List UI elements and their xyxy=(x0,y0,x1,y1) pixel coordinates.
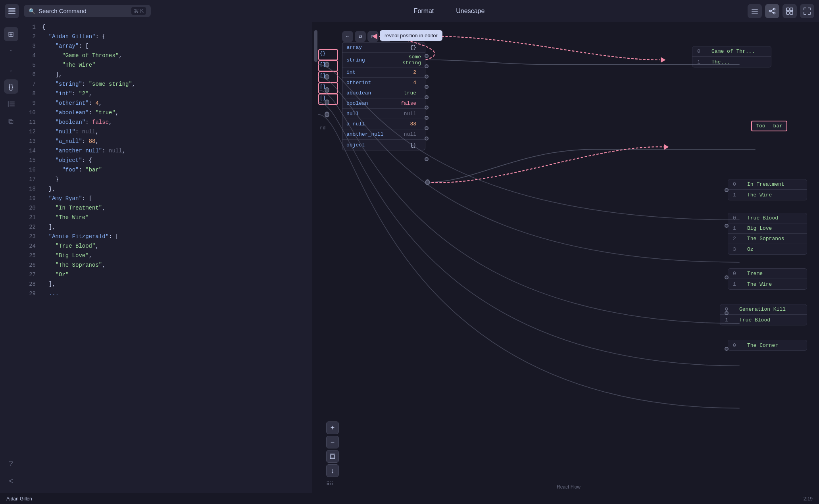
svg-rect-16 xyxy=(10,102,15,102)
treme-node[interactable]: 0 Treme 1 The Wire xyxy=(728,268,807,290)
sidebar-braces-icon[interactable]: {} xyxy=(4,79,18,94)
svg-rect-4 xyxy=(752,11,758,12)
zoom-out-btn[interactable]: − xyxy=(326,436,339,448)
code-line-13: 13 "a_null": 88, xyxy=(22,137,312,146)
the-corner-node[interactable]: 0 The Corner xyxy=(728,340,807,351)
conn-dot-array xyxy=(425,54,429,58)
amy-ryan-node[interactable]: 0 In Treatment 1 The Wire xyxy=(728,179,807,200)
svg-rect-31 xyxy=(331,455,334,458)
svg-rect-5 xyxy=(752,13,758,13)
lock-btn[interactable]: ↓ xyxy=(326,464,339,477)
search-input-label: Search Command xyxy=(38,8,128,14)
toolbar-right xyxy=(748,4,814,18)
amy-row-0: 0 In Treatment xyxy=(728,179,807,190)
scroll-thumb[interactable] xyxy=(314,30,317,62)
code-line-22: 22 ], xyxy=(22,222,312,232)
gk-row-1: 1 True Blood xyxy=(720,315,807,325)
code-line-21: 21 "The Wire" xyxy=(22,213,312,222)
generation-kill-node[interactable]: 0 Generation Kill 1 True Blood xyxy=(720,304,807,325)
node-row-object: object {} xyxy=(342,140,425,150)
conn-dot-amy xyxy=(725,188,729,192)
conn-dot-aboolean xyxy=(425,95,429,99)
conn-dot-annie xyxy=(725,224,729,228)
left-bracket-4: [] xyxy=(320,84,325,90)
treme-row-1: 1 The Wire xyxy=(728,279,807,289)
sidebar-panel-icon[interactable]: ⊞ xyxy=(4,27,18,41)
code-line-19: 19 "Amy Ryan": [ xyxy=(22,194,312,203)
svg-marker-22 xyxy=(661,57,665,63)
node-row-boolean: boolean false xyxy=(342,98,425,109)
conn-dot-object xyxy=(425,157,429,161)
svg-marker-23 xyxy=(664,144,669,150)
toolbar-center: Format Unescape xyxy=(156,6,743,16)
node-copy-btn[interactable]: ⧉ xyxy=(355,31,366,42)
expand-btn[interactable] xyxy=(800,4,814,18)
annie-fitzgerald-node[interactable]: 0 True Blood 1 Big Love 2 The Sopranos 3… xyxy=(728,213,807,255)
node-row-int: int 2 xyxy=(342,67,425,78)
node-collapse-btn[interactable]: □ xyxy=(367,31,379,42)
svg-rect-14 xyxy=(790,12,793,14)
code-line-2: 2 "Aidan Gillen": { xyxy=(22,32,312,41)
sidebar-copy-icon[interactable]: ⧉ xyxy=(4,114,18,129)
svg-rect-18 xyxy=(10,104,15,104)
sidebar-help-icon[interactable]: ? xyxy=(4,456,18,471)
annie-row-0: 0 True Blood xyxy=(728,213,807,223)
left-bracket-2: [] xyxy=(320,62,325,67)
svg-rect-1 xyxy=(8,10,15,12)
fit-view-btn[interactable] xyxy=(326,450,339,463)
code-line-27: 27 "Oz" xyxy=(22,270,312,279)
svg-rect-13 xyxy=(786,12,789,14)
node-row-null: null null xyxy=(342,109,425,119)
code-line-6: 6 ], xyxy=(22,70,312,79)
share-btn[interactable] xyxy=(765,4,779,18)
gk-row-0: 0 Generation Kill xyxy=(720,304,807,315)
conn-dot-a-null xyxy=(425,126,429,130)
game-of-thrones-node[interactable]: 0 Game of Thr... 1 The... xyxy=(692,46,771,67)
sidebar-toggle-btn[interactable] xyxy=(5,4,19,18)
svg-rect-20 xyxy=(10,106,15,106)
sidebar-collapse-icon[interactable]: < xyxy=(4,474,18,488)
sidebar-download-icon[interactable]: ↓ xyxy=(4,62,18,76)
sidebar-list-icon[interactable] xyxy=(4,97,18,111)
code-line-5: 5 "The Wire" xyxy=(22,60,312,70)
code-line-12: 12 "null": null, xyxy=(22,127,312,137)
code-line-14: 14 "another_null": null, xyxy=(22,146,312,156)
svg-point-17 xyxy=(8,104,9,105)
code-line-1: 1 { xyxy=(22,22,312,32)
svg-rect-0 xyxy=(8,8,15,10)
code-line-28: 28 ], xyxy=(22,279,312,289)
main-flow-node[interactable]: array {} string some string int 2 otheri… xyxy=(342,42,425,150)
code-editor[interactable]: 1 { 2 "Aidan Gillen": { 3 "array": [ 4 "… xyxy=(22,22,312,493)
conn-dot-null xyxy=(425,116,429,120)
conn-dot-string xyxy=(425,64,429,68)
annie-row-1: 1 Big Love xyxy=(728,223,807,234)
node-back-btn[interactable]: ← xyxy=(342,31,353,42)
code-line-17: 17 } xyxy=(22,175,312,184)
grid-view-btn[interactable] xyxy=(782,4,797,18)
got-row-1: 1 The... xyxy=(692,57,771,67)
search-bar[interactable]: 🔍 Search Command ⌘ K xyxy=(24,5,151,17)
svg-point-29 xyxy=(325,112,329,117)
corner-row-0: 0 The Corner xyxy=(728,340,807,350)
conn-dot-another-null xyxy=(425,137,429,140)
svg-rect-12 xyxy=(790,8,793,11)
code-line-15: 15 "object": { xyxy=(22,156,312,165)
sidebar-upload-icon[interactable]: ↑ xyxy=(4,44,18,59)
svg-point-15 xyxy=(8,102,9,103)
hamburger-menu-btn[interactable] xyxy=(748,4,762,18)
treme-row-0: 0 Treme xyxy=(728,269,807,279)
unescape-button[interactable]: Unescape xyxy=(453,6,488,16)
main-content: ⊞ ↑ ↓ {} ⧉ ? < 1 { 2 "Aidan Gillen": { xyxy=(0,22,819,493)
format-button[interactable]: Format xyxy=(411,6,437,16)
drag-handle: ⠿⠿ xyxy=(326,481,358,487)
toolbar: 🔍 Search Command ⌘ K Format Unescape xyxy=(0,0,819,22)
zoom-in-btn[interactable]: + xyxy=(326,421,339,434)
foo-bar-node[interactable]: foo bar xyxy=(751,121,787,131)
code-line-7: 7 "string": "some string", xyxy=(22,79,312,89)
status-position: 2:19 xyxy=(804,496,813,502)
code-line-11: 11 "boolean": false, xyxy=(22,117,312,127)
flow-area[interactable]: {} [] [] [] [] rd array {} string some s… xyxy=(318,22,819,493)
conn-dot-otherint xyxy=(425,85,429,89)
code-line-4: 4 "Game of Thrones", xyxy=(22,51,312,60)
code-line-23: 23 "Annie Fitzgerald": [ xyxy=(22,232,312,241)
